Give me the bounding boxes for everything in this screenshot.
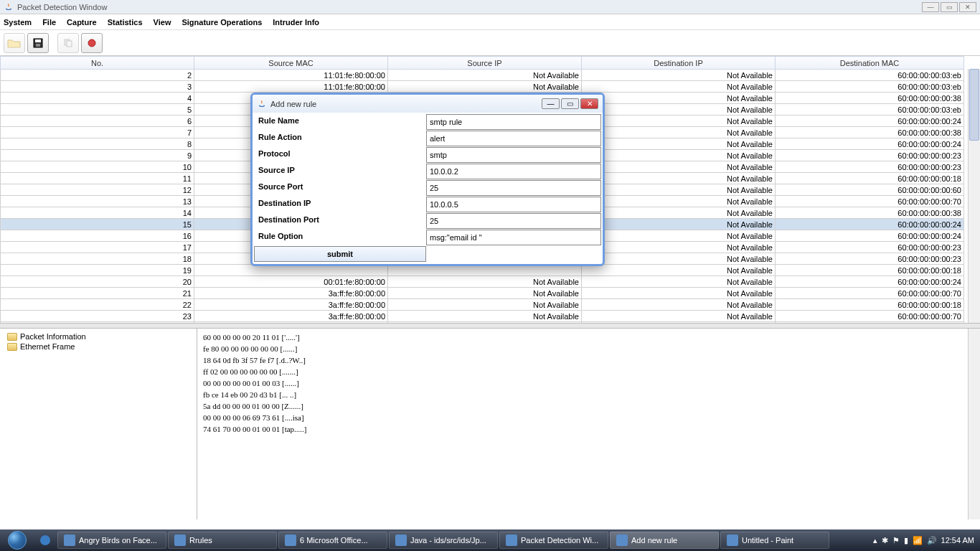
- taskbar-item[interactable]: Add new rule: [610, 532, 719, 549]
- java-icon: [4, 2, 14, 12]
- dialog-maximize-button[interactable]: ▭: [561, 98, 579, 109]
- network-icon[interactable]: 📶: [913, 536, 923, 545]
- taskbar-item[interactable]: Packet Detection Wi...: [499, 532, 608, 549]
- cell-dmac: 60:00:00:00:00:38: [776, 127, 964, 138]
- column-header[interactable]: Source IP: [388, 57, 582, 70]
- menu-statistics[interactable]: Statistics: [108, 18, 143, 27]
- cell-sip: Not Available: [388, 276, 582, 288]
- eclipse-icon: [395, 534, 407, 546]
- cell-no: 13: [1, 196, 194, 207]
- close-button[interactable]: ✕: [959, 2, 976, 12]
- system-tray[interactable]: ▴ ✱ ⚑ ▮ 📶 🔊 12:54 AM: [867, 536, 980, 545]
- folder-icon: [7, 333, 17, 341]
- hex-line: fb ce 14 eb 00 20 d3 b1 [... ..]: [203, 389, 974, 400]
- cell-no: 23: [1, 311, 194, 322]
- field-label: Destination IP: [254, 197, 426, 213]
- taskbar-item[interactable]: Untitled - Paint: [720, 532, 829, 549]
- taskbar-label: Add new rule: [631, 536, 677, 545]
- table-row[interactable]: 2411:01:fe:80:00:00Not AvailableNot Avai…: [1, 322, 964, 324]
- cell-dmac: 60:00:00:00:00:18: [776, 173, 964, 184]
- dialog-minimize-button[interactable]: —: [542, 98, 560, 109]
- table-scrollbar[interactable]: [968, 69, 980, 323]
- pinned-icon[interactable]: [39, 534, 52, 547]
- window-title: Packet Detection Window: [17, 3, 107, 11]
- taskbar-item[interactable]: 6 Microsoft Office...: [278, 532, 387, 549]
- cell-sip: Not Available: [388, 288, 582, 299]
- copy-button[interactable]: [57, 33, 79, 53]
- table-row[interactable]: 233a:ff:fe:80:00:00Not AvailableNot Avai…: [1, 311, 964, 322]
- tray-expand-icon[interactable]: ▴: [873, 536, 877, 545]
- menu-view[interactable]: View: [154, 18, 171, 27]
- hex-line: 18 64 0d fb 3f 57 fe f7 [.d..?W..]: [203, 354, 974, 366]
- dialog-row: Rule Name: [254, 114, 601, 131]
- tree-item[interactable]: Packet Information: [3, 331, 194, 342]
- table-row[interactable]: 2000:01:fe:80:00:00Not AvailableNot Avai…: [1, 276, 964, 288]
- field-rule-action[interactable]: [426, 131, 601, 146]
- clock[interactable]: 12:54 AM: [941, 536, 974, 545]
- column-header[interactable]: Destination IP: [582, 57, 776, 70]
- dialog-close-button[interactable]: ✕: [580, 98, 598, 109]
- cell-dip: Not Available: [582, 322, 776, 324]
- tree-panel: Packet InformationEthernet Frame: [0, 329, 197, 519]
- menu-intruder-info[interactable]: Intruder Info: [273, 18, 319, 27]
- menu-file[interactable]: File: [42, 18, 56, 27]
- flag-icon[interactable]: ⚑: [892, 536, 900, 545]
- taskbar-item[interactable]: Java - ids/src/ids/Jp...: [389, 532, 498, 549]
- cell-no: 3: [1, 81, 194, 93]
- word-icon: [285, 534, 296, 546]
- field-source-port[interactable]: [426, 180, 601, 196]
- table-row[interactable]: 211:01:fe:80:00:00Not AvailableNot Avail…: [1, 70, 964, 81]
- cell-dip: Not Available: [582, 219, 776, 230]
- cell-dmac: 60:00:00:00:00:18: [776, 265, 964, 276]
- capture-button[interactable]: [81, 33, 103, 53]
- taskbar-label: Untitled - Paint: [742, 536, 793, 545]
- field-protocol[interactable]: [426, 147, 601, 163]
- tree-item[interactable]: Ethernet Frame: [3, 342, 194, 352]
- field-source-ip[interactable]: [426, 164, 601, 179]
- menu-capture[interactable]: Capture: [67, 18, 97, 27]
- cell-dmac: 60:00:00:00:00:23: [776, 253, 964, 265]
- cell-dip: Not Available: [582, 196, 776, 207]
- submit-button[interactable]: submit: [254, 246, 426, 262]
- minimize-button[interactable]: —: [922, 2, 939, 12]
- splitter[interactable]: [0, 323, 980, 329]
- column-header[interactable]: Source MAC: [194, 57, 388, 70]
- start-button[interactable]: [0, 529, 34, 551]
- cell-dmac: 60:00:00:00:00:24: [776, 138, 964, 150]
- folder-icon: [7, 343, 17, 351]
- save-button[interactable]: [27, 33, 49, 53]
- svg-rect-4: [67, 41, 72, 47]
- hex-scrollbar[interactable]: [968, 329, 980, 519]
- cell-smac: 11:01:fe:80:00:00: [194, 81, 388, 93]
- menu-signature-operations[interactable]: Signature Operations: [182, 18, 262, 27]
- column-header[interactable]: Destination MAC: [776, 57, 964, 70]
- battery-icon[interactable]: ▮: [904, 536, 908, 545]
- column-header[interactable]: No.: [1, 57, 194, 70]
- cell-dip: Not Available: [582, 127, 776, 138]
- cell-dmac: 60:00:00:00:00:23: [776, 161, 964, 173]
- cell-dmac: 60:00:00:00:00:60: [776, 184, 964, 196]
- taskbar-label: 6 Microsoft Office...: [300, 536, 368, 545]
- cell-no: 8: [1, 138, 194, 150]
- volume-icon[interactable]: 🔊: [927, 536, 937, 545]
- field-destination-port[interactable]: [426, 213, 601, 229]
- dialog-titlebar[interactable]: Add new rule — ▭ ✕: [253, 95, 603, 113]
- menu-system[interactable]: System: [4, 18, 32, 27]
- field-rule-name[interactable]: [426, 114, 601, 130]
- dialog-row: Source Port: [254, 180, 601, 197]
- table-row[interactable]: 223a:ff:fe:80:00:00Not AvailableNot Avai…: [1, 299, 964, 311]
- cell-sip: Not Available: [388, 81, 582, 93]
- cell-no: 24: [1, 322, 194, 324]
- cell-dmac: 60:00:00:00:00:23: [776, 150, 964, 161]
- open-button[interactable]: [4, 33, 25, 53]
- taskbar-item[interactable]: Angry Birds on Face...: [57, 532, 166, 549]
- field-rule-option[interactable]: [426, 230, 601, 245]
- table-row[interactable]: 213a:ff:fe:80:00:00Not AvailableNot Avai…: [1, 288, 964, 299]
- field-destination-ip[interactable]: [426, 197, 601, 212]
- maximize-button[interactable]: ▭: [941, 2, 958, 12]
- bluetooth-icon[interactable]: ✱: [882, 536, 888, 545]
- table-row[interactable]: 311:01:fe:80:00:00Not AvailableNot Avail…: [1, 81, 964, 93]
- java-icon: [616, 534, 628, 546]
- cell-sip: Not Available: [388, 299, 582, 311]
- taskbar-item[interactable]: Rrules: [168, 532, 277, 549]
